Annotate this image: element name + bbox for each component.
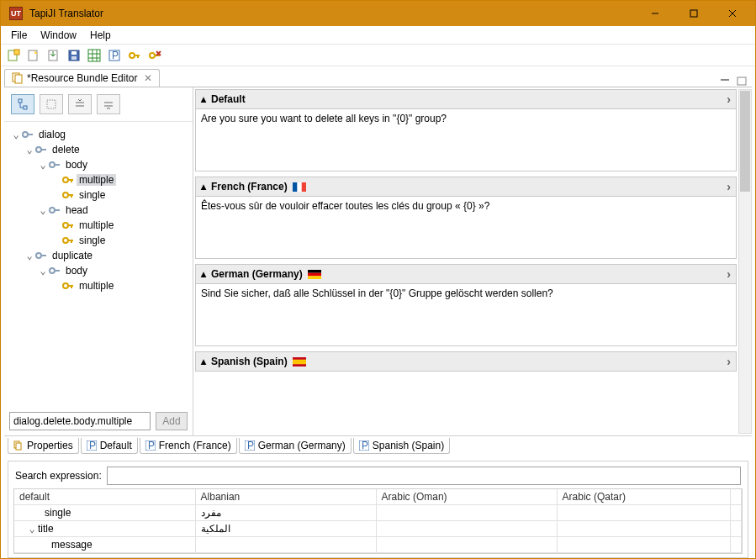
- tree-node-delete-body[interactable]: ⌄body: [8, 157, 189, 172]
- tree-expand-icon[interactable]: [68, 94, 92, 114]
- lang-section-default: ▴ Default ›: [195, 89, 737, 171]
- chevron-right-icon[interactable]: ›: [727, 267, 731, 281]
- svg-rect-28: [737, 77, 746, 85]
- close-tab-icon[interactable]: ✕: [144, 72, 152, 84]
- lang-label: Spanish (Spain): [211, 356, 288, 367]
- lang-header-de[interactable]: ▴ German (Germany) ›: [195, 264, 737, 284]
- menu-help[interactable]: Help: [83, 28, 118, 43]
- app-window: UT TapiJI Translator File Window Help P …: [0, 0, 756, 559]
- svg-point-58: [50, 268, 55, 273]
- maximize-button[interactable]: [674, 1, 713, 26]
- add-key-button[interactable]: Add: [156, 412, 188, 430]
- search-input[interactable]: [107, 467, 741, 485]
- menubar: File Window Help: [1, 26, 755, 45]
- p-icon: P: [359, 440, 369, 451]
- key-icon: [61, 219, 75, 232]
- key-icon: [48, 158, 61, 171]
- table-row[interactable]: singleمفرد: [14, 505, 742, 521]
- tree-mode-flat-icon[interactable]: [40, 94, 63, 114]
- grid-header-arabic-qatar[interactable]: Arabic (Qatar): [557, 489, 730, 505]
- keypath-input[interactable]: [9, 412, 151, 430]
- tree-node-duplicate-body-multiple[interactable]: multiple: [8, 278, 189, 293]
- lang-header-fr[interactable]: ▴ French (France) ›: [195, 177, 737, 197]
- tree-node-delete-body-multiple[interactable]: multiple: [8, 172, 189, 187]
- lang-header-default[interactable]: ▴ Default ›: [195, 89, 737, 109]
- svg-text:P: P: [89, 440, 96, 451]
- lang-label: German (Germany): [211, 268, 303, 280]
- editor-tab[interactable]: *Resource Bundle Editor ✕: [4, 69, 160, 87]
- svg-rect-30: [24, 106, 27, 109]
- maximize-view-icon[interactable]: [737, 76, 748, 87]
- svg-rect-68: [308, 276, 321, 279]
- menu-file[interactable]: File: [4, 28, 34, 43]
- svg-point-21: [150, 53, 155, 58]
- tree-node-delete[interactable]: ⌄delete: [8, 142, 189, 157]
- bottom-tab-default[interactable]: PDefault: [81, 438, 138, 454]
- toolbar-key-delete-icon[interactable]: [147, 48, 162, 63]
- results-grid[interactable]: default Albanian Arabic (Oman) Arabic (Q…: [13, 488, 743, 554]
- table-row[interactable]: message: [14, 537, 742, 553]
- toolbar-save-icon[interactable]: [66, 48, 82, 63]
- svg-point-48: [50, 208, 55, 213]
- toolbar-grid-icon[interactable]: [87, 48, 102, 63]
- bottom-tab-de[interactable]: PGerman (Germany): [239, 438, 352, 454]
- bottom-tab-label: French (France): [159, 440, 231, 451]
- table-row[interactable]: ⌄titleالملكية: [14, 521, 742, 537]
- bottom-tab-fr[interactable]: PFrench (France): [140, 438, 237, 454]
- titlebar[interactable]: UT TapiJI Translator: [1, 1, 755, 26]
- chevron-right-icon[interactable]: ›: [727, 92, 731, 106]
- chevron-right-icon[interactable]: ›: [727, 180, 731, 193]
- main-toolbar: P: [1, 45, 755, 66]
- vertical-scrollbar[interactable]: [738, 89, 752, 434]
- lang-header-es[interactable]: ▴ Spanish (Spain) ›: [195, 351, 737, 372]
- toolbar-new-icon[interactable]: [6, 48, 21, 63]
- svg-text:P: P: [247, 440, 254, 451]
- minimize-view-icon[interactable]: [720, 76, 732, 87]
- chevron-right-icon[interactable]: ›: [727, 355, 731, 368]
- bottom-tab-properties[interactable]: Properties: [8, 438, 79, 454]
- key-icon: [34, 249, 48, 262]
- toolbar-key-icon[interactable]: [127, 48, 142, 63]
- svg-point-45: [63, 192, 68, 198]
- tree-node-dialog[interactable]: ⌄dialog: [8, 127, 189, 142]
- grid-header-default[interactable]: default: [14, 489, 195, 505]
- scrollbar-thumb[interactable]: [740, 91, 750, 192]
- svg-rect-27: [721, 79, 729, 81]
- svg-text:P: P: [362, 440, 368, 451]
- svg-point-60: [63, 283, 68, 288]
- toolbar-properties-icon[interactable]: P: [107, 48, 122, 63]
- tree-node-delete-head-single[interactable]: single: [8, 233, 189, 248]
- svg-point-56: [36, 253, 41, 258]
- flag-fr-icon: [293, 182, 306, 192]
- tree-node-duplicate-body[interactable]: ⌄body: [8, 263, 189, 278]
- lang-text-fr[interactable]: [196, 197, 736, 256]
- grid-header-arabic-oman[interactable]: Arabic (Oman): [376, 489, 557, 505]
- tree-collapse-icon[interactable]: [97, 94, 120, 114]
- tree-pane: ⌄dialog ⌄delete ⌄body multiple single ⌄h…: [4, 87, 193, 435]
- tree-node-delete-head[interactable]: ⌄head: [8, 203, 189, 218]
- grid-header-albanian[interactable]: Albanian: [195, 489, 376, 505]
- collapse-icon: ▴: [201, 181, 206, 192]
- svg-rect-26: [15, 75, 22, 83]
- minimize-button[interactable]: [636, 1, 674, 26]
- key-tree[interactable]: ⌄dialog ⌄delete ⌄body multiple single ⌄h…: [4, 122, 193, 407]
- lang-label: French (France): [211, 181, 288, 192]
- tree-node-delete-head-multiple[interactable]: multiple: [8, 218, 189, 233]
- close-button[interactable]: [713, 1, 752, 26]
- menu-window[interactable]: Window: [34, 28, 83, 43]
- editor-body: ⌄dialog ⌄delete ⌄body multiple single ⌄h…: [4, 87, 752, 435]
- svg-rect-10: [71, 56, 77, 60]
- lang-text-default[interactable]: [196, 109, 736, 168]
- flag-es-icon: [293, 357, 306, 367]
- window-title: TapiJI Translator: [28, 8, 636, 19]
- toolbar-open-icon[interactable]: [26, 48, 41, 63]
- bottom-tab-es[interactable]: PSpanish (Spain): [353, 438, 450, 454]
- svg-point-50: [63, 223, 68, 228]
- tree-node-duplicate[interactable]: ⌄duplicate: [8, 248, 189, 263]
- lang-text-de[interactable]: [196, 284, 736, 343]
- toolbar-import-icon[interactable]: [46, 48, 61, 63]
- tree-mode-hierarchy-icon[interactable]: [11, 94, 34, 114]
- tree-node-delete-body-single[interactable]: single: [8, 187, 189, 203]
- svg-rect-1: [690, 10, 697, 17]
- key-icon: [61, 173, 75, 187]
